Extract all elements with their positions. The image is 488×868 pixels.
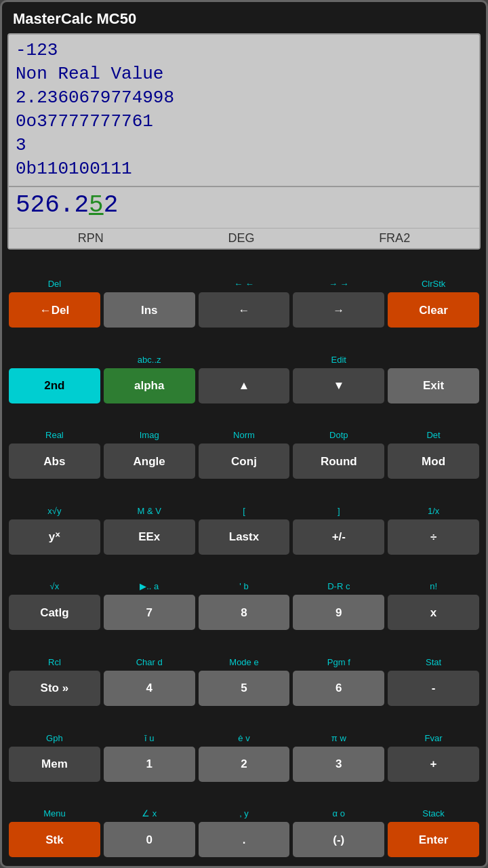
plus-button[interactable]: + (388, 747, 479, 782)
2-button-cell: ė v2 (199, 709, 290, 782)
enter-button-top-label: Stack (422, 808, 445, 821)
lastx-button-top-label: [ (243, 506, 245, 518)
current-value: 526.252 (16, 191, 472, 219)
exit-button[interactable]: Exit (388, 368, 479, 403)
0-button-cell: ∠ x0 (104, 785, 195, 858)
yx-button-cell: x√yyˣ (9, 482, 100, 555)
round-button[interactable]: Round (293, 443, 384, 479)
right-right-button[interactable]: → (293, 292, 384, 328)
minus-button[interactable]: - (388, 671, 479, 706)
1-button-top-label: ī u (144, 733, 154, 745)
down-button-top-label: Edit (331, 355, 346, 367)
abs-button[interactable]: Abs (9, 443, 100, 479)
catlg-button[interactable]: Catlg (9, 595, 100, 630)
4-button-top-label: Char d (136, 657, 163, 669)
6-button-cell: Pgm f6 (293, 633, 384, 706)
5-button[interactable]: 5 (199, 671, 290, 706)
0-button-top-label: ∠ x (142, 808, 157, 821)
mem-button-top-label: Gph (46, 733, 63, 745)
status-fra2: FRA2 (379, 231, 410, 245)
alpha-button-top-label: abc..z (138, 355, 161, 367)
9-button[interactable]: 9 (293, 595, 384, 630)
history-display: -123Non Real Value2.23606797749980o37777… (9, 35, 479, 187)
neg-button[interactable]: (-) (293, 822, 384, 857)
7-button[interactable]: 7 (104, 595, 195, 630)
eex-button[interactable]: EEx (104, 519, 195, 555)
round-button-top-label: Dotp (329, 430, 348, 442)
conj-button[interactable]: Conj (199, 443, 290, 479)
lastx-button[interactable]: Lastx (199, 519, 290, 555)
yx-button-top-label: x√y (47, 506, 61, 518)
3-button-top-label: π w (331, 733, 346, 745)
2nd-button[interactable]: 2nd (9, 368, 100, 403)
dot-button[interactable]: . (199, 822, 290, 857)
clear-button-top-label: ClrStk (422, 279, 445, 291)
clear-button[interactable]: Clear (388, 292, 479, 328)
history-line: 3 (16, 134, 472, 157)
5-button-cell: Mode e5 (199, 633, 290, 706)
status-bar: RPN DEG FRA2 (9, 228, 479, 248)
display-area: -123Non Real Value2.23606797749980o37777… (7, 33, 481, 250)
4-button-cell: Char d4 (104, 633, 195, 706)
row-del: Del←DelIns← ←←→ →→ClrStkClear (9, 256, 479, 328)
9-button-top-label: D-R c (327, 581, 350, 593)
x-button[interactable]: x (388, 595, 479, 630)
div-button-top-label: 1/x (428, 506, 439, 518)
status-rpn: RPN (78, 231, 104, 245)
4-button[interactable]: 4 (104, 671, 195, 706)
angle-button[interactable]: Angle (104, 443, 195, 479)
8-button-top-label: ' b (239, 581, 248, 593)
abs-button-top-label: Real (45, 430, 64, 442)
0-button[interactable]: 0 (104, 822, 195, 857)
1-button[interactable]: 1 (104, 747, 195, 782)
mem-button-cell: GphMem (9, 709, 100, 782)
div-button[interactable]: ÷ (388, 519, 479, 555)
sto-button[interactable]: Sto » (9, 671, 100, 706)
angle-button-cell: ImagAngle (104, 407, 195, 479)
3-button[interactable]: 3 (293, 747, 384, 782)
mem-button[interactable]: Mem (9, 747, 100, 782)
1-button-cell: ī u1 (104, 709, 195, 782)
plus-button-cell: Fvar+ (388, 709, 479, 782)
up-button[interactable]: ▲ (199, 368, 290, 403)
alpha-button-cell: abc..zalpha (104, 331, 195, 403)
6-button[interactable]: 6 (293, 671, 384, 706)
status-deg: DEG (228, 231, 254, 245)
del-button[interactable]: ←Del (9, 292, 100, 328)
x-button-cell: n!x (388, 558, 479, 631)
stk-button[interactable]: Stk (9, 822, 100, 857)
title-bar: MasterCalc MC50 (7, 7, 481, 31)
buttons-area: Del←DelIns← ←←→ →→ClrStkClear2ndabc..zal… (7, 252, 481, 861)
alpha-button[interactable]: alpha (104, 368, 195, 403)
7-button-top-label: ▶.. a (140, 581, 159, 593)
conj-button-top-label: Norm (233, 430, 255, 442)
8-button-cell: ' b8 (199, 558, 290, 631)
row-0: MenuStk∠ x0, y.α o(-)StackEnter (9, 785, 479, 858)
abs-button-cell: RealAbs (9, 407, 100, 479)
down-button-cell: Edit▼ (293, 331, 384, 403)
dot-button-top-label: , y (239, 808, 249, 821)
plusminus-button[interactable]: +/- (293, 519, 384, 555)
current-display: 526.252 (9, 187, 479, 228)
div-button-cell: 1/x÷ (388, 482, 479, 555)
ins-button[interactable]: Ins (104, 292, 195, 328)
clear-button-cell: ClrStkClear (388, 256, 479, 328)
plusminus-button-cell: ]+/- (293, 482, 384, 555)
mod-button[interactable]: Mod (388, 443, 479, 479)
stk-button-top-label: Menu (43, 808, 66, 821)
yx-button[interactable]: yˣ (9, 519, 100, 555)
del-button-top-label: Del (48, 279, 62, 291)
enter-button[interactable]: Enter (388, 822, 479, 857)
row-1: GphMemī u1ė v2π w3Fvar+ (9, 709, 479, 782)
2nd-button-cell: 2nd (9, 331, 100, 403)
del-button-cell: Del←Del (9, 256, 100, 328)
down-button[interactable]: ▼ (293, 368, 384, 403)
left-left-button-top-label: ← ← (234, 279, 254, 291)
ins-button-cell: Ins (104, 256, 195, 328)
left-left-button[interactable]: ← (199, 292, 290, 328)
2-button[interactable]: 2 (199, 747, 290, 782)
8-button[interactable]: 8 (199, 595, 290, 630)
3-button-cell: π w3 (293, 709, 384, 782)
calculator: MasterCalc MC50 -123Non Real Value2.2360… (0, 0, 488, 868)
mod-button-cell: DetMod (388, 407, 479, 479)
